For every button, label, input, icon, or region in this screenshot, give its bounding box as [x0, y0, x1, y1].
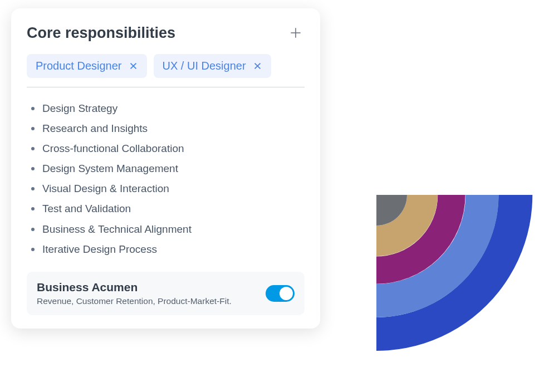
- toggle-title: Business Acumen: [37, 281, 266, 294]
- card-header: Core responsibilities: [27, 24, 305, 42]
- chart-ring-5: [346, 164, 407, 226]
- list-item: Design Strategy: [27, 99, 305, 119]
- add-button[interactable]: [287, 24, 305, 42]
- tag-ux-ui-designer[interactable]: UX / UI Designer: [154, 54, 271, 78]
- plus-icon: [288, 26, 303, 40]
- tag-remove-button[interactable]: [129, 61, 138, 71]
- tag-label: UX / UI Designer: [163, 60, 246, 72]
- toggle-text: Business Acumen Revenue, Customer Retent…: [37, 281, 266, 306]
- tag-label: Product Designer: [36, 60, 122, 72]
- responsibility-list: Design Strategy Research and Insights Cr…: [27, 99, 305, 259]
- business-acumen-row: Business Acumen Revenue, Customer Retent…: [27, 272, 305, 315]
- close-icon: [129, 61, 138, 71]
- list-item: Cross-functional Collaboration: [27, 139, 305, 159]
- list-item: Design System Management: [27, 159, 305, 179]
- tag-product-designer[interactable]: Product Designer: [27, 54, 147, 78]
- tag-remove-button[interactable]: [253, 61, 262, 71]
- toggle-subtitle: Revenue, Customer Retention, Product-Mar…: [37, 296, 266, 306]
- list-item: Test and Validation: [27, 199, 305, 219]
- responsibilities-card: Core responsibilities Product Designer U…: [11, 8, 320, 329]
- list-item: Research and Insights: [27, 119, 305, 139]
- list-item: Business & Technical Alignment: [27, 219, 305, 239]
- tag-list: Product Designer UX / UI Designer: [27, 54, 305, 87]
- toggle-knob: [280, 287, 293, 300]
- close-icon: [253, 61, 262, 71]
- list-item: Iterative Design Process: [27, 239, 305, 259]
- business-acumen-toggle[interactable]: [266, 285, 295, 302]
- card-title: Core responsibilities: [27, 24, 175, 42]
- list-item: Visual Design & Interaction: [27, 179, 305, 199]
